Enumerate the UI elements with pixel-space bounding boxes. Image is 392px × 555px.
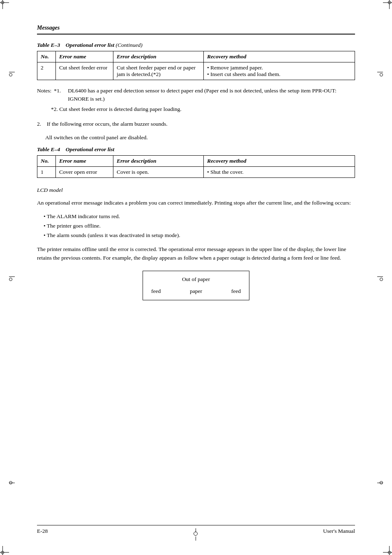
table-e4-header-recovery: Recovery method <box>204 155 355 166</box>
bullet-list: The ALARM indicator turns red. The print… <box>37 212 355 240</box>
table-e4-row1-no: 1 <box>37 166 56 177</box>
binding-circle-right-mid <box>380 278 383 281</box>
para2-number: 2. <box>37 121 41 127</box>
lcd-bottom-right: feed <box>231 287 241 296</box>
binding-mark-right-mid <box>377 276 383 277</box>
table-e3-caption: Table E–3 Operational error list (Contin… <box>37 42 355 48</box>
table-e4-header-name: Error name <box>56 155 113 166</box>
table-e4: No. Error name Error description Recover… <box>37 155 355 178</box>
note2-text: Cut sheet feeder error is detected durin… <box>59 106 181 112</box>
lcd-bottom-row: feed paper feed <box>143 286 249 300</box>
table-e3: No. Error name Error description Recover… <box>37 51 355 80</box>
lcd-bottom-center: paper <box>190 287 202 296</box>
table-e3-row1-name: Cut sheet feeder error <box>56 62 113 80</box>
para2-indent: All switches on the control panel are di… <box>45 134 355 142</box>
table-row: 1 Cover open error Cover is open. • Shut… <box>37 166 355 177</box>
list-item: The ALARM indicator turns red. <box>44 212 355 221</box>
table-e4-header-no: No. <box>37 155 56 166</box>
table-e3-header-desc: Error description <box>113 51 204 62</box>
binding-mark-right-top <box>377 72 383 72</box>
lcd-display-box: Out of paper feed paper feed <box>143 271 249 300</box>
list-item: The printer goes offline. <box>44 221 355 231</box>
lcd-title: LCD model <box>37 186 355 195</box>
binding-mark-left-top <box>9 72 15 72</box>
footer-left: E-28 <box>37 528 48 534</box>
table-e3-row1-recovery: • Remove jammed paper.• Insert cut sheet… <box>204 62 355 80</box>
binding-mark-left-mid <box>9 276 15 277</box>
footer: E-28 User's Manual <box>37 525 355 534</box>
footer-right: User's Manual <box>323 528 355 534</box>
table-e4-row1-desc: Cover is open. <box>113 166 204 177</box>
binding-circle-right-bot <box>380 481 383 484</box>
note1-text: DL6400 has a paper end detection sensor … <box>68 87 355 104</box>
lcd-bottom-left: feed <box>151 287 161 296</box>
binding-circle-left-mid <box>9 278 12 281</box>
list-item: The alarm sounds (unless it was deactiva… <box>44 231 355 240</box>
table-e4-header-desc: Error description <box>113 155 204 166</box>
numbered-para-2: 2. If the following error occurs, the al… <box>37 120 355 129</box>
table-e3-header-no: No. <box>37 51 56 62</box>
note1-num: *1. <box>54 87 65 104</box>
table-e3-row1-desc: Cut sheet feeder paper end or paper jam … <box>113 62 204 80</box>
lcd-para1: An operational error message indicates a… <box>37 199 355 207</box>
lcd-top-row: Out of paper <box>143 271 249 286</box>
lcd-section: LCD model An operational error message i… <box>37 186 355 300</box>
page: Messages Table E–3 Operational error lis… <box>0 0 392 555</box>
binding-circle-right-top <box>380 73 383 76</box>
binding-circle-left-bot <box>9 481 12 484</box>
notes-label: Notes: <box>37 87 51 104</box>
table-e3-row1-no: 2 <box>37 62 56 80</box>
para2-text: If the following error occurs, the alarm… <box>47 121 168 127</box>
table-row: 2 Cut sheet feeder error Cut sheet feede… <box>37 62 355 80</box>
table-e3-header-name: Error name <box>56 51 113 62</box>
note2: *2. Cut sheet feeder error is detected d… <box>51 105 355 113</box>
table-e4-caption: Table E–4 Operational error list <box>37 146 355 153</box>
table-e4-row1-name: Cover open error <box>56 166 113 177</box>
section-header: Messages <box>37 25 355 35</box>
lcd-para2: The printer remains offline until the er… <box>37 245 355 263</box>
table-e4-row1-recovery: • Shut the cover. <box>204 166 355 177</box>
notes-section: Notes: *1. DL6400 has a paper end detect… <box>37 87 355 113</box>
table-e3-header-recovery: Recovery method <box>204 51 355 62</box>
note2-num: *2. <box>51 106 58 112</box>
binding-circle-left-top <box>9 73 12 76</box>
